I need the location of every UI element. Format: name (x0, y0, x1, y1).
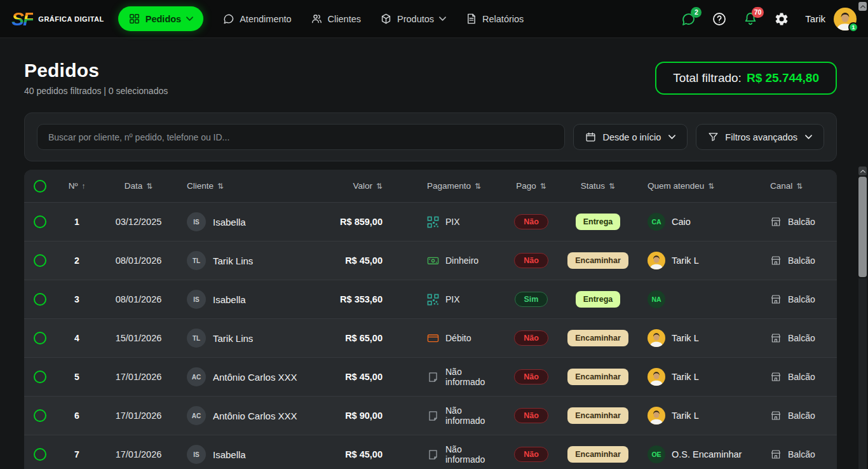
nav-item-pedidos[interactable]: Pedidos (118, 6, 203, 31)
order-row[interactable]: 1 03/12/2025 IS Isabella R$ 859,00 PIX N… (24, 203, 837, 241)
nav-item-clientes[interactable]: Clientes (311, 13, 361, 25)
paid-badge: Não (514, 330, 548, 346)
column-header-label: Quem atendeu (648, 181, 704, 191)
row-checkbox[interactable] (34, 448, 46, 461)
box-icon (380, 13, 392, 25)
column-header-label: Data (125, 181, 143, 191)
client-avatar: TL (187, 251, 206, 270)
status-badge[interactable]: Entrega (576, 291, 621, 308)
attendant-avatar: OE (648, 445, 665, 463)
user-name: Tarik (805, 13, 825, 24)
notifications-button[interactable]: 70 (743, 11, 758, 27)
nav-item-atendimento[interactable]: Atendimento (222, 13, 291, 25)
status-badge[interactable]: Encaminhar (567, 407, 628, 424)
brand-logo[interactable]: SF GRÁFICA DIGITAL (11, 10, 104, 29)
search-input[interactable] (37, 124, 565, 150)
page-scroll-up-button[interactable] (858, 2, 867, 11)
calendar-icon (585, 132, 596, 142)
row-checkbox[interactable] (34, 293, 46, 306)
client-name: Isabella (213, 294, 246, 305)
attendant-name: O.S. Encaminhar (672, 449, 742, 459)
advanced-filters-button[interactable]: Filtros avançados (696, 124, 824, 150)
nav-label: Relatórios (482, 14, 524, 24)
column-header-canal[interactable]: Canal⇅ (770, 181, 803, 191)
row-checkbox[interactable] (34, 370, 46, 383)
scroll-up-button[interactable] (858, 167, 867, 175)
client-name: Tarik Lins (213, 255, 253, 266)
store-icon (770, 216, 782, 228)
order-value: R$ 45,00 (315, 255, 404, 266)
column-header-status[interactable]: Status⇅ (581, 181, 615, 191)
chevron-down-icon (186, 17, 193, 21)
nav-label: Clientes (328, 14, 361, 24)
payment-label: Não informado (445, 405, 499, 426)
user-avatar[interactable]: 1 (834, 8, 857, 31)
order-value: R$ 45,00 (315, 449, 404, 459)
topbar-actions: 2 70 Tarik 1 (681, 8, 857, 31)
nav-item-relatorios[interactable]: Relatórios (465, 13, 524, 25)
status-badge[interactable]: Encaminhar (567, 252, 628, 269)
sort-icon: ⇅ (609, 182, 615, 191)
row-checkbox[interactable] (34, 409, 46, 422)
chevron-down-icon (805, 135, 812, 139)
row-checkbox[interactable] (34, 332, 46, 344)
payment-label: Não informado (445, 367, 499, 387)
attendant-avatar (648, 368, 665, 386)
column-header-n[interactable]: Nº↑ (69, 181, 86, 191)
nav-item-produtos[interactable]: Produtos (380, 13, 446, 25)
scrollbar-track[interactable] (858, 278, 867, 469)
column-header-valor[interactable]: Valor⇅ (353, 181, 383, 191)
payment-label: PIX (445, 294, 460, 304)
status-badge[interactable]: Encaminhar (567, 330, 628, 346)
column-header-cliente[interactable]: Cliente⇅ (187, 181, 224, 191)
paid-badge: Sim (515, 292, 548, 307)
sort-icon: ⇅ (376, 182, 383, 191)
channel-label: Balcão (788, 217, 815, 227)
client-name: Antônio Carlos XXX (213, 411, 297, 421)
column-header-label: Pagamento (427, 181, 471, 191)
users-icon (311, 13, 323, 25)
payment-label: PIX (445, 217, 460, 227)
attendant-name: Tarik L (672, 333, 699, 343)
column-header-label: Nº (69, 181, 78, 191)
status-badge[interactable]: Encaminhar (567, 446, 628, 463)
date-filter-button[interactable]: Desde o início (573, 124, 688, 150)
avatar-badge: 1 (848, 22, 858, 32)
order-value: R$ 353,60 (315, 294, 404, 304)
column-header-pago[interactable]: Pago⇅ (516, 181, 546, 191)
settings-button[interactable] (774, 11, 789, 27)
order-row[interactable]: 4 15/01/2026 TL Tarik Lins R$ 65,00 Débi… (24, 319, 837, 358)
order-row[interactable]: 5 17/01/2026 AC Antônio Carlos XXX R$ 45… (24, 358, 837, 397)
order-row[interactable]: 7 17/01/2026 IS Isabella R$ 45,00 Não in… (24, 435, 837, 469)
order-row[interactable]: 3 08/01/2026 IS Isabella R$ 353,60 PIX S… (24, 280, 837, 319)
column-header-data[interactable]: Data⇅ (125, 181, 153, 191)
order-row[interactable]: 6 17/01/2026 AC Antônio Carlos XXX R$ 90… (24, 397, 837, 435)
paid-badge: Não (514, 369, 548, 384)
chat-button[interactable]: 2 (681, 11, 696, 27)
client-name: Isabella (213, 217, 246, 228)
client-name: Antônio Carlos XXX (213, 372, 297, 383)
status-badge[interactable]: Encaminhar (567, 369, 628, 385)
channel-label: Balcão (788, 372, 815, 382)
sort-icon: ⇅ (217, 182, 224, 191)
order-date: 08/01/2026 (98, 255, 179, 266)
order-row[interactable]: 2 08/01/2026 TL Tarik Lins R$ 45,00 Dinh… (24, 241, 837, 280)
scrollbar-thumb[interactable] (858, 177, 867, 277)
row-checkbox[interactable] (34, 215, 46, 228)
client-avatar: AC (187, 406, 206, 425)
help-button[interactable] (712, 11, 727, 27)
row-checkbox[interactable] (34, 254, 46, 267)
date-filter-label: Desde o início (602, 132, 661, 142)
page-scrollbar[interactable] (858, 167, 867, 469)
client-avatar: IS (187, 445, 206, 464)
store-icon (770, 449, 782, 460)
select-all-checkbox[interactable] (34, 180, 46, 193)
store-icon (770, 255, 782, 266)
sort-icon: ⇅ (475, 182, 481, 191)
sort-icon: ⇅ (146, 182, 153, 191)
column-header-quem-atendeu[interactable]: Quem atendeu⇅ (648, 181, 714, 191)
status-badge[interactable]: Entrega (576, 214, 621, 230)
column-header-pagamento[interactable]: Pagamento⇅ (427, 181, 481, 191)
client-avatar: IS (187, 290, 206, 309)
column-header-label: Status (581, 181, 605, 191)
